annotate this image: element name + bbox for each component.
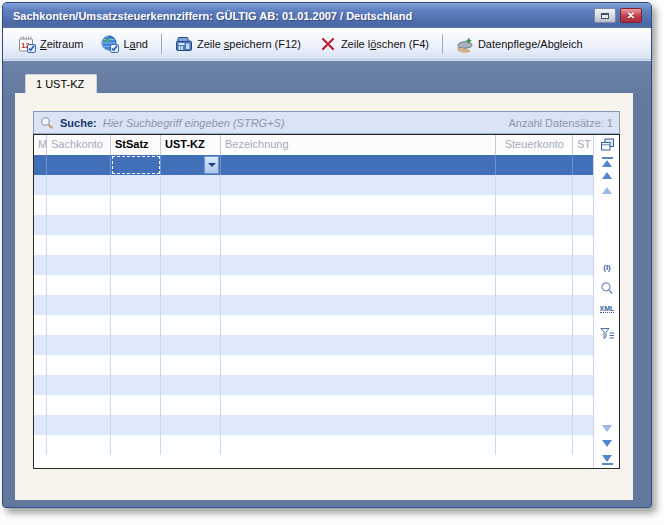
restore-button[interactable] [594, 8, 616, 23]
table-cell [111, 315, 161, 335]
table-cell [47, 215, 111, 235]
scroll-next-fast-button[interactable] [594, 440, 620, 447]
table-cell [161, 215, 221, 235]
table-cell [573, 375, 594, 395]
select-columns-button[interactable] [594, 138, 620, 152]
xml-button[interactable]: XML [594, 305, 620, 313]
scroll-prev-button[interactable] [594, 187, 620, 194]
ust-kz-dropdown[interactable] [204, 156, 219, 174]
scroll-last-button[interactable] [594, 455, 620, 465]
save-row-icon [175, 35, 193, 53]
table-row[interactable] [34, 235, 619, 255]
table-cell [573, 155, 594, 175]
filter-button[interactable] [594, 327, 620, 340]
col-header-st[interactable]: ST [573, 135, 594, 155]
table-cell [47, 435, 111, 455]
table-row[interactable] [34, 375, 619, 395]
table-cell [47, 235, 111, 255]
table-row[interactable] [34, 155, 619, 175]
table-cell [161, 295, 221, 315]
table-cell [496, 215, 573, 235]
table-row[interactable] [34, 295, 619, 315]
toolbar-land-button[interactable]: Land [92, 32, 157, 56]
table-cell [573, 415, 594, 435]
col-header-bezeichnung[interactable]: Bezeichnung [221, 135, 496, 155]
search-icon [40, 116, 54, 130]
table-cell [161, 375, 221, 395]
table-cell [221, 415, 496, 435]
table-cell [47, 295, 111, 315]
toolbar-land-label: Land [123, 38, 148, 50]
table-row[interactable] [34, 415, 619, 435]
table-cell [34, 435, 47, 455]
scroll-prev-fast-button[interactable] [594, 172, 620, 179]
brackets-button[interactable]: (I) [594, 263, 620, 272]
table-cell [221, 275, 496, 295]
grid-search-button[interactable] [594, 281, 620, 296]
table-row[interactable] [34, 195, 619, 215]
col-header-stsatz[interactable]: StSatz [111, 135, 161, 155]
close-button[interactable]: ✕ [620, 8, 642, 23]
scroll-next-button[interactable] [594, 425, 620, 432]
table-cell [111, 255, 161, 275]
table-row[interactable] [34, 315, 619, 335]
grid-nav-strip: (I) XML [593, 135, 619, 468]
app-window: Sachkonten/Umsatzsteuerkennziffern: GÜLT… [2, 2, 652, 508]
table-cell [34, 375, 47, 395]
table-cell [496, 275, 573, 295]
tab-ust-kz[interactable]: 1 UST-KZ [25, 74, 97, 93]
table-row[interactable] [34, 435, 619, 455]
table-cell [47, 355, 111, 375]
delete-row-icon [319, 35, 337, 53]
table-cell [161, 435, 221, 455]
table-row[interactable] [34, 395, 619, 415]
table-cell [111, 195, 161, 215]
table-row[interactable] [34, 215, 619, 235]
table-cell [496, 375, 573, 395]
restore-icon [601, 13, 609, 19]
titlebar[interactable]: Sachkonten/Umsatzsteuerkennziffern: GÜLT… [3, 3, 651, 28]
table-cell [161, 395, 221, 415]
table-cell [34, 235, 47, 255]
toolbar-zeitraum-button[interactable]: 12 Zeitraum [9, 32, 92, 56]
table-cell [47, 375, 111, 395]
search-input[interactable] [103, 117, 503, 129]
toolbar-delete-row-button[interactable]: Zeile löschen (F4) [310, 32, 438, 56]
table-cell [573, 395, 594, 415]
table-cell [111, 175, 161, 195]
scroll-first-button[interactable] [594, 157, 620, 167]
col-header-ust-kz[interactable]: UST-KZ [161, 135, 221, 155]
toolbar-datenpflege-button[interactable]: Datenpflege/Abgleich [447, 32, 592, 56]
table-cell [161, 315, 221, 335]
table-row[interactable] [34, 255, 619, 275]
table-cell [47, 195, 111, 215]
table-row[interactable] [34, 355, 619, 375]
table-cell [221, 355, 496, 375]
table-cell [573, 435, 594, 455]
record-count: Anzahl Datensätze: 1 [508, 117, 613, 129]
titlebar-buttons: ✕ [594, 8, 651, 23]
col-header-steuerkonto[interactable]: Steuerkonto [496, 135, 573, 155]
table-cell [47, 395, 111, 415]
table-cell [573, 195, 594, 215]
table-cell [111, 295, 161, 315]
table-cell [161, 355, 221, 375]
table-row[interactable] [34, 275, 619, 295]
toolbar-save-row-button[interactable]: Zeile speichern (F12) [166, 32, 310, 56]
chevron-down-icon [208, 163, 216, 167]
table-cell [111, 395, 161, 415]
table-cell [496, 435, 573, 455]
col-header-sachkonto[interactable]: Sachkonto [47, 135, 111, 155]
table-cell [221, 435, 496, 455]
table-cell [111, 155, 161, 175]
table-row[interactable] [34, 175, 619, 195]
table-cell [111, 415, 161, 435]
table-cell [34, 335, 47, 355]
table-cell [161, 235, 221, 255]
tab-panel: Suche: Anzahl Datensätze: 1 M Sachkonto … [15, 93, 633, 500]
table-cell [111, 335, 161, 355]
table-row[interactable] [34, 335, 619, 355]
table-cell [221, 155, 496, 175]
col-header-m[interactable]: M [34, 135, 47, 155]
grid-header-row: M Sachkonto StSatz UST-KZ Bezeichnung St… [34, 135, 619, 155]
